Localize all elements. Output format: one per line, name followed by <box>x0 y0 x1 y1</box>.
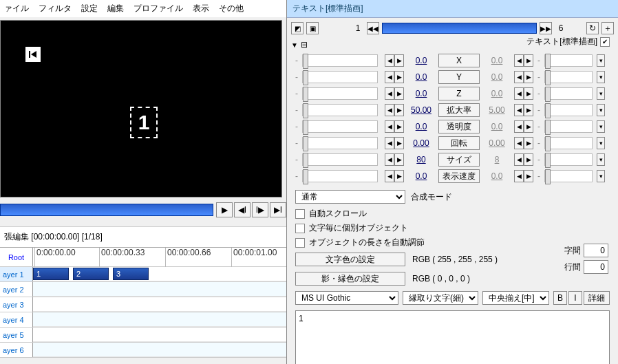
style-select[interactable]: 縁取り文字(細) <box>403 291 478 305</box>
step-back-button[interactable]: ◀I <box>234 202 251 217</box>
inc-button[interactable]: ▶ <box>394 104 404 116</box>
text-color-button[interactable]: 文字色の設定 <box>295 253 405 266</box>
param-menu-button[interactable]: ▾ <box>597 71 605 83</box>
dec-button-r[interactable]: ◀ <box>514 137 524 149</box>
param-rvalue[interactable]: 0.0 <box>484 56 510 65</box>
frame-seekbar[interactable] <box>382 23 537 34</box>
dec-button[interactable]: ◀ <box>385 71 394 83</box>
per-char-checkbox[interactable] <box>295 224 305 233</box>
goto-end-button[interactable]: ▶I <box>270 202 286 217</box>
expand-icon[interactable]: ▣ <box>306 22 319 34</box>
align-select[interactable]: 中央揃え[中] <box>482 291 549 305</box>
dec-button-r[interactable]: ◀ <box>514 87 524 100</box>
collapse-triangle-icon[interactable]: ▼ <box>291 41 298 49</box>
menu-profile[interactable]: プロファイル <box>134 3 183 14</box>
track-4[interactable] <box>33 312 286 327</box>
param-slider-l[interactable] <box>302 137 378 149</box>
param-rvalue[interactable]: 0.0 <box>484 171 510 181</box>
param-menu-button[interactable]: ▾ <box>597 120 605 133</box>
param-mode-button[interactable]: 表示速度 <box>438 169 480 183</box>
param-slider-r[interactable] <box>544 170 593 182</box>
param-rvalue[interactable]: 0.0 <box>484 89 510 98</box>
dec-button[interactable]: ◀ <box>385 87 394 100</box>
param-slider-r[interactable] <box>544 54 593 67</box>
italic-button[interactable]: I <box>568 291 582 305</box>
param-slider-r[interactable] <box>544 153 593 166</box>
param-slider-r[interactable] <box>544 104 593 116</box>
param-value[interactable]: 0.0 <box>408 72 434 82</box>
root-button[interactable]: Root <box>0 248 33 266</box>
param-mode-button[interactable]: X <box>438 54 480 67</box>
clip-2[interactable]: 2 <box>73 268 109 280</box>
clip-1[interactable]: 1 <box>33 268 69 280</box>
param-menu-button[interactable]: ▾ <box>597 54 605 67</box>
param-menu-button[interactable]: ▾ <box>597 87 605 100</box>
inc-button-r[interactable]: ▶ <box>524 104 533 116</box>
param-slider-r[interactable] <box>544 120 593 133</box>
section-enabled-checkbox[interactable] <box>600 37 610 47</box>
param-slider-l[interactable] <box>302 120 378 133</box>
param-slider-l[interactable] <box>302 170 378 182</box>
param-rvalue[interactable]: 8 <box>484 155 510 164</box>
param-rvalue[interactable]: 5.00 <box>484 105 510 115</box>
reload-button[interactable]: ↻ <box>586 22 599 34</box>
param-rvalue[interactable]: 0.0 <box>484 122 510 131</box>
text-content-box[interactable]: 1 <box>295 310 610 364</box>
collapse-icon[interactable]: ◩ <box>291 22 303 34</box>
param-slider-l[interactable] <box>302 104 378 116</box>
add-button[interactable]: ＋ <box>601 22 614 34</box>
menu-edit[interactable]: 編集 <box>107 3 124 14</box>
inc-button[interactable]: ▶ <box>394 54 404 67</box>
dec-button-r[interactable]: ◀ <box>514 71 524 83</box>
menu-filter[interactable]: フィルタ <box>39 3 72 14</box>
dec-button-r[interactable]: ◀ <box>514 54 524 67</box>
dec-button[interactable]: ◀ <box>385 120 394 133</box>
rewind-icon[interactable] <box>25 47 41 62</box>
param-mode-button[interactable]: 回転 <box>438 136 480 150</box>
inc-button-r[interactable]: ▶ <box>524 87 533 100</box>
param-slider-l[interactable] <box>302 71 378 83</box>
dec-button[interactable]: ◀ <box>385 104 394 116</box>
param-value[interactable]: 0.0 <box>408 122 434 131</box>
inc-button-r[interactable]: ▶ <box>524 120 533 133</box>
param-value[interactable]: 0.0 <box>408 56 434 65</box>
inc-button[interactable]: ▶ <box>394 87 404 100</box>
dec-button-r[interactable]: ◀ <box>514 104 524 116</box>
param-mode-button[interactable]: 拡大率 <box>438 103 480 117</box>
inc-button[interactable]: ▶ <box>394 137 404 149</box>
layer-label-3[interactable]: ayer 3 <box>0 297 33 312</box>
menu-file[interactable]: ァイル <box>4 3 29 14</box>
param-rvalue[interactable]: 0.0 <box>484 72 510 82</box>
char-spacing-input[interactable] <box>584 244 608 257</box>
param-value[interactable]: 0.00 <box>408 138 434 148</box>
param-slider-r[interactable] <box>544 87 593 100</box>
auto-length-checkbox[interactable] <box>295 238 305 248</box>
menu-other[interactable]: その他 <box>219 3 244 14</box>
dec-button[interactable]: ◀ <box>385 170 394 182</box>
param-value[interactable]: 50.00 <box>408 105 434 115</box>
param-slider-l[interactable] <box>302 153 378 166</box>
layer-label-4[interactable]: ayer 4 <box>0 312 33 327</box>
inc-button-r[interactable]: ▶ <box>524 71 533 83</box>
dec-button-r[interactable]: ◀ <box>514 153 524 166</box>
track-5[interactable] <box>33 328 286 342</box>
layer-label-5[interactable]: ayer 5 <box>0 328 33 342</box>
param-mode-button[interactable]: Z <box>438 87 480 100</box>
compose-mode-select[interactable]: 通常 <box>295 190 405 204</box>
dec-button[interactable]: ◀ <box>385 54 394 67</box>
bold-button[interactable]: B <box>553 291 567 305</box>
time-ruler[interactable]: 0:00:00.00 00:00:00.33 00:00:00.66 00:00… <box>33 248 286 266</box>
inc-button-r[interactable]: ▶ <box>524 54 533 67</box>
shadow-color-button[interactable]: 影・縁色の設定 <box>295 272 405 286</box>
param-slider-l[interactable] <box>302 87 378 100</box>
layer-label-1[interactable]: ayer 1 <box>0 267 33 281</box>
font-select[interactable]: MS UI Gothic <box>295 291 398 305</box>
detail-button[interactable]: 詳細 <box>584 291 610 305</box>
inc-button[interactable]: ▶ <box>394 120 404 133</box>
dec-button-r[interactable]: ◀ <box>514 120 524 133</box>
play-button[interactable]: ▶ <box>216 202 233 217</box>
param-slider-r[interactable] <box>544 71 593 83</box>
inc-button-r[interactable]: ▶ <box>524 153 533 166</box>
track-6[interactable] <box>33 343 286 357</box>
param-value[interactable]: 80 <box>408 155 434 164</box>
